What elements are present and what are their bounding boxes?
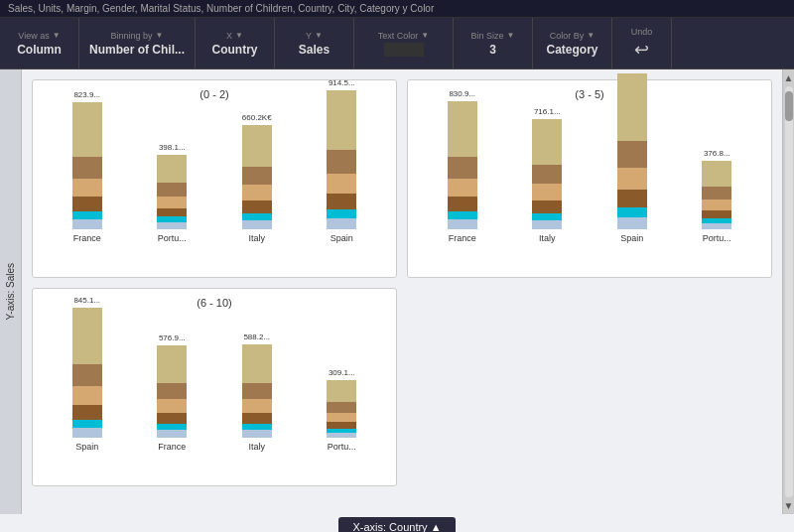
svg-rect-67 xyxy=(327,402,356,413)
color-by-dropdown[interactable]: Color By ▼ Category xyxy=(533,18,612,68)
svg-rect-33 xyxy=(532,200,562,213)
binning-arrow: ▼ xyxy=(156,31,164,40)
scroll-up-arrow[interactable]: ▲ xyxy=(783,71,794,84)
view-as-dropdown[interactable]: View as ▼ Column xyxy=(0,18,79,68)
bar-svg xyxy=(157,155,187,229)
bin-size-dropdown[interactable]: Bin Size ▼ 3 xyxy=(454,18,533,68)
svg-rect-24 xyxy=(448,101,477,157)
y-axis-value: Sales xyxy=(299,43,330,57)
bar-label: Italy xyxy=(539,233,556,243)
svg-rect-55 xyxy=(157,383,187,399)
bar-container xyxy=(702,161,731,229)
svg-rect-56 xyxy=(157,399,187,413)
y-axis-dropdown[interactable]: Y ▼ Sales xyxy=(275,18,354,68)
bar-label: Portu... xyxy=(328,442,356,452)
svg-rect-25 xyxy=(448,157,477,179)
svg-rect-60 xyxy=(242,344,272,383)
binning-value: Number of Chil... xyxy=(89,43,185,57)
svg-rect-70 xyxy=(327,429,356,433)
chart-panel-6-10: (6 - 10) 845.1...Spain576.9...France588.… xyxy=(32,288,397,486)
bar-container xyxy=(72,308,102,438)
bar-container xyxy=(327,380,356,438)
svg-rect-69 xyxy=(327,422,356,429)
bar-group: 823.9...France xyxy=(72,90,102,243)
svg-rect-36 xyxy=(617,73,647,141)
svg-rect-10 xyxy=(157,216,187,222)
svg-rect-7 xyxy=(157,183,187,197)
bar-container xyxy=(157,155,187,229)
bin-size-arrow: ▼ xyxy=(507,31,515,40)
svg-rect-71 xyxy=(327,433,356,438)
y-axis-label-panel[interactable]: Y-axis: Sales xyxy=(0,69,22,514)
view-as-value: Column xyxy=(17,43,62,57)
svg-rect-29 xyxy=(448,219,477,229)
text-color-swatch xyxy=(384,43,424,57)
bar-svg xyxy=(617,73,647,229)
charts-row-1: (0 - 2) 823.9...France398.1...Portu...66… xyxy=(32,79,772,278)
undo-icon: ↩ xyxy=(634,39,649,61)
bar-label: France xyxy=(158,442,186,452)
svg-rect-41 xyxy=(617,217,647,229)
bar-label: Portu... xyxy=(158,233,187,243)
x-axis-dropdown[interactable]: X ▼ Country xyxy=(196,18,275,68)
bar-label: Spain xyxy=(75,442,98,452)
bar-svg xyxy=(448,101,477,229)
svg-rect-17 xyxy=(242,220,272,229)
bar-svg xyxy=(327,90,356,229)
svg-rect-11 xyxy=(157,222,187,229)
main-content: Y-axis: Sales (0 - 2) 823.9...France398.… xyxy=(0,69,794,514)
bottom-spacer xyxy=(32,496,772,504)
bar-value-label: 823.9... xyxy=(73,90,100,99)
svg-rect-44 xyxy=(702,200,731,210)
scroll-down-arrow[interactable]: ▼ xyxy=(783,499,794,512)
svg-rect-13 xyxy=(242,167,272,185)
svg-rect-21 xyxy=(327,194,356,209)
svg-rect-62 xyxy=(242,399,272,413)
bar-svg xyxy=(242,344,272,438)
bottom-bar: X-axis: Country ▲ xyxy=(0,514,794,532)
bar-value-label: 914.5... xyxy=(329,78,355,87)
undo-button[interactable]: Undo ↩ xyxy=(612,18,672,68)
svg-rect-26 xyxy=(448,179,477,197)
svg-rect-8 xyxy=(157,197,187,208)
bar-group: 1.01M€Spain xyxy=(617,69,647,243)
bar-svg xyxy=(157,345,187,438)
bar-group: 576.9...France xyxy=(157,333,187,452)
chart-inner-0-2: 823.9...France398.1...Portu...660.2K€Ita… xyxy=(41,104,388,243)
svg-rect-63 xyxy=(242,413,272,424)
x-axis-value: Country xyxy=(212,43,258,57)
binning-by-dropdown[interactable]: Binning by ▼ Number of Chil... xyxy=(79,18,196,68)
bar-container xyxy=(72,102,102,229)
scroll-thumb[interactable] xyxy=(785,91,793,121)
svg-rect-54 xyxy=(157,345,187,383)
svg-rect-48 xyxy=(72,308,102,364)
bar-label: Spain xyxy=(331,233,353,243)
bar-value-label: 309.1... xyxy=(329,368,355,377)
svg-rect-30 xyxy=(532,119,562,165)
bar-value-label: 716.1... xyxy=(534,107,561,116)
text-color-dropdown[interactable]: Text Color ▼ xyxy=(354,18,454,68)
bar-group: 398.1...Portu... xyxy=(157,143,187,243)
charts-area[interactable]: (0 - 2) 823.9...France398.1...Portu...66… xyxy=(22,69,782,514)
bar-svg xyxy=(242,125,272,229)
svg-rect-57 xyxy=(157,413,187,424)
bar-group: 845.1...Spain xyxy=(72,296,102,452)
scroll-track[interactable] xyxy=(785,86,793,497)
toolbar: View as ▼ Column Binning by ▼ Number of … xyxy=(0,18,794,69)
bar-value-label: 660.2K€ xyxy=(242,113,272,122)
svg-rect-59 xyxy=(157,430,187,438)
bar-svg xyxy=(702,161,731,229)
svg-rect-6 xyxy=(157,155,187,183)
svg-rect-58 xyxy=(157,424,187,430)
chart-panel-0-2: (0 - 2) 823.9...France398.1...Portu...66… xyxy=(32,79,397,278)
svg-rect-52 xyxy=(72,420,102,428)
scrollbar[interactable]: ▲ ▼ xyxy=(782,69,794,514)
svg-rect-42 xyxy=(702,161,731,187)
color-by-arrow: ▼ xyxy=(587,31,595,40)
svg-rect-49 xyxy=(72,364,102,386)
bar-group: 660.2K€Italy xyxy=(242,113,272,243)
bar-svg xyxy=(532,119,562,229)
bar-group: 309.1...Portu... xyxy=(327,368,356,452)
svg-rect-37 xyxy=(617,141,647,168)
bar-container xyxy=(157,345,187,438)
